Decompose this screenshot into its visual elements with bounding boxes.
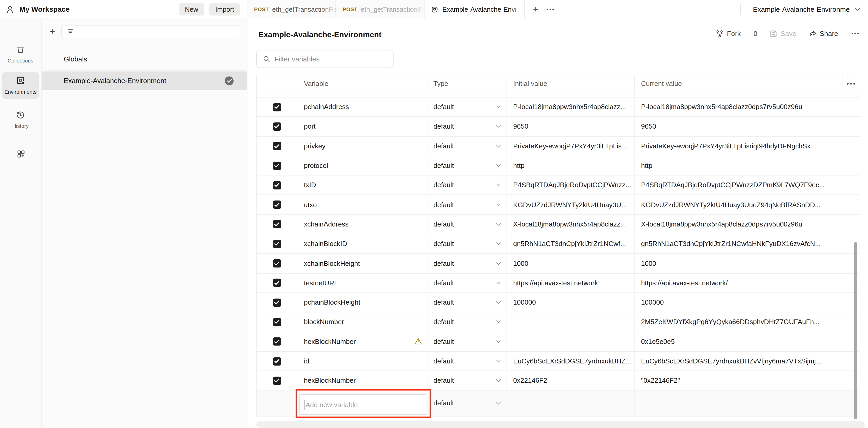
row-variable-cell[interactable]: protocol: [297, 156, 427, 175]
row-checkbox[interactable]: [273, 240, 281, 248]
row-current-value-cell[interactable]: gn5RhN1aCT3dnCpjYkiJtrZr1NCwfaHNkFyuDX16…: [635, 234, 860, 253]
row-current-value-cell[interactable]: P-local18jma8ppw3nhx5r4ap8clazz0dps7rv5u…: [635, 97, 860, 116]
row-checkbox[interactable]: [273, 162, 281, 170]
row-checkbox[interactable]: [273, 181, 281, 189]
horizontal-scrollbar-track[interactable]: [256, 421, 865, 428]
row-initial-value-cell[interactable]: 0x22146F2: [507, 371, 635, 390]
row-type-cell[interactable]: default: [427, 156, 507, 175]
row-variable-cell[interactable]: xchainAddress: [297, 215, 427, 234]
row-initial-value-cell[interactable]: 1000: [507, 254, 635, 273]
row-type-cell[interactable]: default: [427, 332, 507, 351]
row-initial-value-cell[interactable]: PrivateKey-ewoqjP7PxY4yr3iLTpLis...: [507, 137, 635, 156]
row-variable-cell[interactable]: xchainBlockID: [297, 234, 427, 253]
row-type-cell[interactable]: default: [427, 293, 507, 312]
row-variable-cell[interactable]: id: [297, 352, 427, 371]
row-checkbox[interactable]: [273, 122, 281, 131]
row-current-value-cell[interactable]: EuCy6bScEXrSdDGSE7yrdnxukBHZvVtjny6ma7VT…: [635, 352, 860, 371]
row-current-value-cell[interactable]: 2M5ZeKWDYfXkgPg6YyQyka66DDsphvDHtZ7GUFAu…: [635, 313, 860, 332]
add-row-current-cell[interactable]: [635, 391, 860, 416]
row-variable-cell[interactable]: hexBlockNumber: [297, 371, 427, 390]
row-initial-value-cell[interactable]: EuCy6bScEXrSdDGSE7yrdnxukBHZ...: [507, 352, 635, 371]
import-button[interactable]: Import: [209, 3, 240, 16]
sidebar-item-environments[interactable]: Environments: [2, 72, 39, 99]
row-initial-value-cell[interactable]: http: [507, 156, 635, 175]
row-type-cell[interactable]: default: [427, 137, 507, 156]
row-current-value-cell[interactable]: 0x1e5e0e5: [635, 332, 860, 351]
row-checkbox[interactable]: [273, 279, 281, 287]
table-header-options-icon[interactable]: •••: [843, 75, 860, 92]
save-button[interactable]: Save: [770, 30, 797, 37]
row-current-value-cell[interactable]: 1000: [635, 254, 860, 273]
environment-filter-input[interactable]: [62, 25, 242, 38]
row-type-cell[interactable]: default: [427, 92, 507, 97]
row-current-value-cell[interactable]: EagcslZMfcY11v1gcoV1HzWVo5f1c0urfcEu0qjq…: [635, 92, 860, 97]
user-icon[interactable]: [5, 5, 14, 13]
row-type-cell[interactable]: default: [427, 254, 507, 273]
row-variable-cell[interactable]: xchainBlockHeight: [297, 254, 427, 273]
sidebar-item-environment[interactable]: Example-Avalanche-Environment: [42, 72, 247, 90]
row-initial-value-cell[interactable]: https://api.avax-test.network: [507, 273, 635, 292]
tab-request-1[interactable]: POST eth_getTransactionRece: [247, 0, 336, 18]
row-checkbox[interactable]: [273, 337, 281, 346]
row-initial-value-cell[interactable]: [507, 313, 635, 332]
add-row-initial-cell[interactable]: [507, 391, 635, 416]
vertical-scrollbar[interactable]: [854, 242, 857, 420]
row-checkbox[interactable]: [273, 298, 281, 307]
row-checkbox[interactable]: [273, 142, 281, 150]
row-current-value-cell[interactable]: P4SBqRTDAqJBjeRoDvptCCjPWnzzDZPmK9L7WQ7F…: [635, 176, 860, 195]
row-variable-cell[interactable]: testnetURL: [297, 273, 427, 292]
row-current-value-cell[interactable]: http: [635, 156, 860, 175]
row-type-cell[interactable]: default: [427, 273, 507, 292]
row-type-cell[interactable]: default: [427, 313, 507, 332]
row-initial-value-cell[interactable]: P-local18jma8ppw3nhx5r4ap8clazz...: [507, 97, 635, 116]
row-variable-cell[interactable]: pchainBlockHeight: [297, 293, 427, 312]
add-row-type-cell[interactable]: default: [427, 391, 507, 416]
row-type-cell[interactable]: default: [427, 234, 507, 253]
row-initial-value-cell[interactable]: KGDvUZzdJRWNYTy2ktU4Huay3U...: [507, 195, 635, 214]
active-environment-check-icon[interactable]: [225, 77, 234, 85]
sidebar-item-globals[interactable]: Globals: [42, 50, 247, 68]
row-current-value-cell[interactable]: https://api.avax-test.network/: [635, 273, 860, 292]
row-initial-value-cell[interactable]: EagcslZMfcY11v1gcoV1HzWVo5...: [507, 92, 635, 97]
filter-variables-input[interactable]: Filter variables: [256, 50, 394, 68]
tab-request-2[interactable]: POST eth_getTransactionByHa: [336, 0, 424, 18]
row-checkbox[interactable]: [273, 376, 281, 385]
configure-workbench-button[interactable]: [0, 149, 42, 158]
row-variable-cell[interactable]: pchainAddress: [297, 97, 427, 116]
row-type-cell[interactable]: default: [427, 215, 507, 234]
environment-selector[interactable]: Example-Avalanche-Environme: [741, 0, 868, 18]
sidebar-item-collections[interactable]: Collections: [2, 42, 39, 68]
row-checkbox[interactable]: [273, 357, 281, 365]
row-current-value-cell[interactable]: 9650: [635, 117, 860, 136]
row-variable-cell[interactable]: hexBlockNumber: [297, 332, 427, 351]
row-current-value-cell[interactable]: KGDvUZzdJRWNYTy2ktU4Huay3UueZ94qNeBfRASn…: [635, 195, 860, 214]
tab-options-icon[interactable]: •••: [547, 6, 555, 12]
row-current-value-cell[interactable]: PrivateKey-ewoqjP7PxY4yr3iLTpLisriqt94hd…: [635, 137, 860, 156]
row-variable-cell[interactable]: utxo: [297, 195, 427, 214]
row-variable-cell[interactable]: blockNumber: [297, 313, 427, 332]
row-type-cell[interactable]: default: [427, 371, 507, 390]
row-variable-cell[interactable]: txID: [297, 176, 427, 195]
row-checkbox[interactable]: [273, 103, 281, 111]
more-options-icon[interactable]: •••: [851, 30, 860, 36]
row-current-value-cell[interactable]: 100000: [635, 293, 860, 312]
row-checkbox[interactable]: [273, 259, 281, 268]
fork-count[interactable]: 0: [753, 30, 757, 37]
row-current-value-cell[interactable]: "0x22146F2": [635, 371, 860, 390]
row-checkbox[interactable]: [273, 200, 281, 209]
add-variable-input[interactable]: [300, 395, 426, 415]
row-type-cell[interactable]: default: [427, 195, 507, 214]
row-type-cell[interactable]: default: [427, 176, 507, 195]
row-type-cell[interactable]: default: [427, 117, 507, 136]
row-checkbox[interactable]: [273, 318, 281, 326]
tab-environment-active[interactable]: Example-Avalanche-Envi: [425, 0, 525, 19]
fork-button[interactable]: Fork: [716, 30, 741, 37]
share-button[interactable]: Share: [809, 30, 838, 37]
workspace-name[interactable]: My Workspace: [19, 5, 69, 13]
row-variable-cell[interactable]: memo: [297, 92, 427, 97]
sidebar-item-history[interactable]: History: [2, 107, 39, 134]
row-current-value-cell[interactable]: X-local18jma8ppw3nhx5r4ap8clazz0dps7rv5u…: [635, 215, 860, 234]
row-variable-cell[interactable]: privkey: [297, 137, 427, 156]
row-initial-value-cell[interactable]: X-local18jma8ppw3nhx5r4ap8clazz...: [507, 215, 635, 234]
row-variable-cell[interactable]: port: [297, 117, 427, 136]
